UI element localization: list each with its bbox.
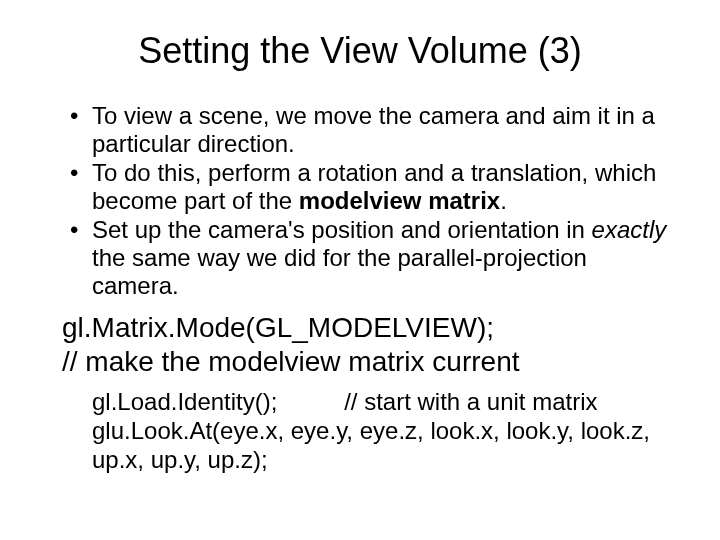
bullet-item-3: Set up the camera's position and orienta…: [70, 216, 680, 299]
bullet-text-part2: the same way we did for the parallel-pro…: [92, 244, 587, 299]
bullet-text-bold: modelview matrix: [299, 187, 500, 214]
code-line: glu.Look.At(eye.x, eye.y, eye.z, look.x,…: [92, 417, 680, 475]
code-block-2: gl.Load.Identity(); // start with a unit…: [92, 388, 680, 474]
slide: Setting the View Volume (3) To view a sc…: [0, 0, 720, 540]
bullet-text-part1: Set up the camera's position and orienta…: [92, 216, 592, 243]
code-comment: // make the modelview matrix current: [62, 345, 680, 379]
slide-title: Setting the View Volume (3): [40, 30, 680, 72]
bullet-text-italic: exactly: [592, 216, 667, 243]
bullet-item-2: To do this, perform a rotation and a tra…: [70, 159, 680, 214]
code-line: gl.Matrix.Mode(GL_MODELVIEW);: [62, 311, 680, 345]
bullet-text-part2: .: [500, 187, 507, 214]
code-block-1: gl.Matrix.Mode(GL_MODELVIEW); // make th…: [62, 311, 680, 378]
code-call: gl.Load.Identity();: [92, 388, 277, 415]
bullet-list: To view a scene, we move the camera and …: [40, 102, 680, 299]
code-line: gl.Load.Identity(); // start with a unit…: [92, 388, 680, 417]
bullet-text: To view a scene, we move the camera and …: [92, 102, 655, 157]
code-comment: // start with a unit matrix: [344, 388, 597, 415]
bullet-item-1: To view a scene, we move the camera and …: [70, 102, 680, 157]
